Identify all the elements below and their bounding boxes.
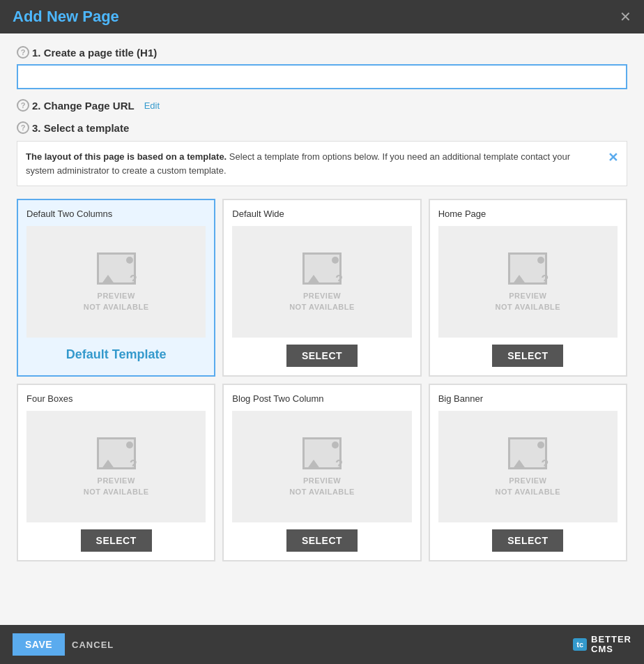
preview-text-4b: NOT AVAILABLE: [289, 488, 355, 496]
preview-box-1: ? PREVIEW NOT AVAILABLE: [232, 226, 411, 338]
preview-box-2: ? PREVIEW NOT AVAILABLE: [438, 226, 618, 338]
edit-url-link[interactable]: Edit: [144, 100, 160, 111]
preview-icon-2: ?: [505, 252, 550, 289]
select-button-3[interactable]: SELECT: [81, 529, 152, 552]
template-title-5: Big Banner: [438, 393, 483, 404]
preview-icon-5: ?: [505, 437, 550, 474]
preview-text-1a: PREVIEW: [303, 292, 341, 300]
preview-box-4: ? PREVIEW NOT AVAILABLE: [232, 411, 411, 522]
brand-icon: tc: [573, 638, 587, 651]
select-button-4[interactable]: SELECT: [286, 529, 358, 552]
preview-icon-3: ?: [94, 437, 139, 474]
step1-icon: ?: [17, 46, 29, 59]
preview-text-3a: PREVIEW: [98, 476, 135, 485]
preview-text-1b: NOT AVAILABLE: [289, 303, 355, 311]
preview-text-0b: NOT AVAILABLE: [84, 303, 149, 311]
preview-icon-4: ?: [300, 437, 344, 474]
page-title-input[interactable]: [17, 64, 627, 89]
info-bold: The layout of this page is based on a te…: [26, 151, 227, 162]
preview-box-0: ? PREVIEW NOT AVAILABLE: [26, 226, 206, 338]
preview-text-4a: PREVIEW: [303, 476, 341, 485]
preview-box-5: ? PREVIEW NOT AVAILABLE: [438, 411, 618, 522]
preview-icon-0: ?: [94, 252, 139, 289]
step2-label: 2. Change Page URL: [32, 100, 135, 112]
template-card-default-wide[interactable]: Default Wide ? PREVIEW NOT AVAILABLE SEL…: [222, 199, 421, 377]
modal-header: Add New Page ✕: [0, 0, 644, 33]
info-close-icon[interactable]: ✕: [608, 149, 618, 167]
template-card-four-boxes[interactable]: Four Boxes ? PREVIEW NOT AVAILABLE SELEC…: [17, 384, 215, 561]
step3-icon: ?: [17, 121, 29, 134]
modal-title: Add New Page: [13, 8, 119, 26]
template-card-big-banner[interactable]: Big Banner ? PREVIEW NOT AVAILABLE SELEC…: [429, 384, 627, 561]
brand-logo: tc BETTER CMS: [573, 635, 631, 655]
preview-text-5b: NOT AVAILABLE: [495, 488, 560, 496]
select-button-2[interactable]: SELECT: [492, 345, 563, 367]
template-title-2: Home Page: [438, 209, 486, 219]
preview-text-0a: PREVIEW: [98, 292, 135, 300]
selected-template-label: Default Template: [66, 345, 167, 363]
template-title-4: Blog Post Two Column: [232, 393, 323, 404]
template-title-3: Four Boxes: [26, 393, 72, 404]
footer-actions: SAVE CANCEL: [13, 633, 114, 656]
preview-text-5a: PREVIEW: [509, 476, 546, 485]
template-title-0: Default Two Columns: [26, 209, 112, 219]
preview-icon-1: ?: [300, 252, 344, 289]
brand-text: BETTER CMS: [591, 635, 631, 655]
template-card-home-page[interactable]: Home Page ? PREVIEW NOT AVAILABLE SELECT: [429, 199, 627, 377]
preview-text-2b: NOT AVAILABLE: [495, 303, 560, 311]
preview-box-3: ? PREVIEW NOT AVAILABLE: [26, 411, 206, 522]
step1-row: ? 1. Create a page title (H1): [17, 46, 627, 59]
modal-footer: SAVE CANCEL tc BETTER CMS: [0, 625, 644, 664]
preview-text-2a: PREVIEW: [509, 292, 546, 300]
modal-body: ? 1. Create a page title (H1) ? 2. Chang…: [0, 33, 644, 625]
cancel-button[interactable]: CANCEL: [72, 640, 114, 650]
template-grid: Default Two Columns ? PREVIEW NOT AVAILA…: [17, 199, 627, 561]
step3-row: ? 3. Select a template: [17, 121, 627, 134]
select-button-5[interactable]: SELECT: [492, 529, 563, 552]
step2-row: ? 2. Change Page URL Edit: [17, 99, 627, 112]
template-card-default-two-columns[interactable]: Default Two Columns ? PREVIEW NOT AVAILA…: [17, 199, 215, 377]
step2-icon: ?: [17, 99, 29, 112]
step1-label: 1. Create a page title (H1): [32, 47, 157, 59]
close-button[interactable]: ✕: [620, 10, 631, 24]
save-button[interactable]: SAVE: [13, 633, 65, 656]
step3-label: 3. Select a template: [32, 122, 129, 134]
select-button-1[interactable]: SELECT: [286, 345, 358, 367]
info-box: The layout of this page is based on a te…: [17, 141, 627, 186]
template-card-blog-post-two-column[interactable]: Blog Post Two Column ? PREVIEW NOT AVAIL…: [222, 384, 421, 561]
template-title-1: Default Wide: [232, 209, 284, 219]
preview-text-3b: NOT AVAILABLE: [84, 488, 149, 496]
